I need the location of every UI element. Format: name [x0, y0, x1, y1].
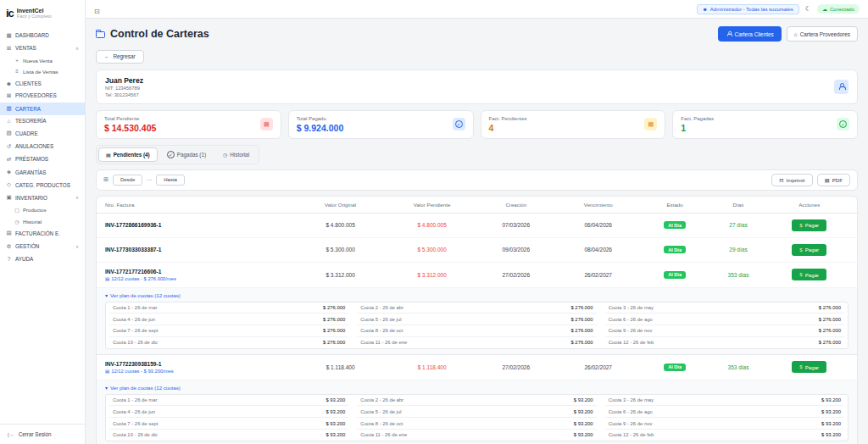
panel-icon[interactable]: ⊡	[94, 8, 100, 15]
pdf-button[interactable]: ▤PDF	[817, 174, 850, 186]
valor-original: $ 5.300.000	[296, 247, 386, 253]
cuota-cell: Cuota 8 - 26 de oct $ 93.200	[357, 418, 596, 430]
cartera-proveedores-button[interactable]: ⌂Cartera Proveedores	[787, 26, 858, 42]
cuota-value: $ 276.000	[323, 305, 345, 310]
plan-summary-link[interactable]: ▤12/12 cuotas - $ 93.200/mes	[105, 369, 296, 374]
cuota-cell: Cuota 12 - 26 de feb $ 93.200	[605, 430, 844, 441]
sidebar-item-facturacion[interactable]: ▤FACTURACIÓN E.	[0, 227, 85, 240]
cuota-cell: Cuota 9 - 26 de nov $ 276.000	[605, 325, 844, 337]
brand-tagline: Fácil y Completo	[17, 14, 52, 19]
cuota-value: $ 93.200	[326, 397, 345, 402]
cuota-label: Cuota 6 - 26 de ago	[609, 409, 653, 414]
sidebar-item-proveedores[interactable]: ⊠PROVEEDORES	[0, 89, 85, 102]
sidebar-item-categ-productos[interactable]: ◇CATEG. PRODUCTOS	[0, 179, 85, 191]
plan-summary-link[interactable]: ▤12/12 cuotas - $ 276.000/mes	[105, 276, 296, 281]
creacion: 27/02/2026	[479, 272, 554, 278]
cuota-value: $ 276.000	[819, 340, 841, 345]
brand-name: InventCel	[17, 8, 52, 14]
sidebar-item-label: AYUDA	[15, 256, 33, 262]
creacion: 09/03/2026	[479, 247, 554, 253]
client-avatar-button[interactable]	[834, 80, 849, 94]
subitem-label: Lista de Ventas	[23, 69, 58, 75]
cuota-label: Cuota 1 - 26 de mar	[113, 305, 157, 310]
sidebar-item-clientes[interactable]: ☻CLIENTES	[0, 77, 85, 89]
cuota-label: Cuota 2 - 26 de abr	[360, 397, 403, 402]
folder-icon	[96, 31, 105, 38]
tabs-row: ▤Pendientes (4) ✓Pagadas (1) ◷Historial	[96, 145, 858, 164]
sidebar-item-garantias[interactable]: ◈GARANTÍAS	[0, 165, 85, 178]
creacion: 07/03/2026	[479, 222, 554, 228]
cuota-cell: Cuota 11 - 26 de ene $ 93.200	[357, 430, 596, 441]
date-to-input[interactable]: Hasta	[156, 175, 185, 186]
gear-icon: ⚙	[6, 243, 12, 250]
shield-icon: ◈	[6, 169, 12, 175]
sidebar-item-cartera[interactable]: ▥CARTERA	[0, 103, 85, 115]
schedule-icon: ▤	[105, 369, 109, 374]
admin-badge-label: Administrador - Todas las sucursales	[710, 7, 793, 12]
pagar-label: Pagar	[805, 247, 820, 253]
list-icon: ≡	[14, 69, 19, 74]
check-circle-icon: ✓	[455, 120, 463, 128]
plan-toggle[interactable]: ▾Ver plan de cuotas (12 cuotas)	[105, 385, 849, 391]
card-text: Total Pagado$ 9.924.000	[297, 116, 343, 133]
sidebar-item-gestion[interactable]: ⚙GESTIÓN∨	[0, 240, 85, 253]
pagar-button[interactable]: $Pagar	[792, 219, 826, 231]
cuota-cell: Cuota 3 - 26 de may $ 93.200	[605, 395, 844, 407]
sidebar-item-tesoreria[interactable]: ⌂TESORERÍA	[0, 115, 85, 127]
brand-text: InventCel Fácil y Completo	[17, 8, 52, 19]
sidebar-subitem-lista-ventas[interactable]: ≡Lista de Ventas	[0, 66, 85, 77]
sidebar-subitem-historial[interactable]: ◷Historial	[0, 215, 85, 226]
back-button[interactable]: ←Regresar	[96, 50, 144, 64]
header-buttons: Cartera Clientes ⌂Cartera Proveedores	[718, 26, 858, 42]
cuota-label: Cuota 4 - 26 de jun	[113, 409, 155, 414]
chevron-down-icon: ∨	[75, 244, 79, 249]
cuota-cell: Cuota 7 - 26 de sept $ 93.200	[109, 418, 348, 430]
sidebar-item-dashboard[interactable]: ▦DASHBOARD	[0, 29, 85, 42]
sidebar-item-ayuda[interactable]: ?AYUDA	[0, 253, 85, 264]
moon-icon[interactable]: ☾	[805, 5, 811, 13]
sidebar-item-inventario[interactable]: ▣INVENTARIO∧	[0, 191, 85, 204]
history-icon: ◷	[14, 219, 19, 225]
tab-pendientes[interactable]: ▤Pendientes (4)	[98, 147, 158, 162]
tab-label: Pagadas (1)	[177, 152, 206, 158]
admin-badge[interactable]: ☻Administrador - Todas las sucursales	[697, 4, 799, 14]
sidebar-item-anulaciones[interactable]: ↺ANULACIONES	[0, 140, 85, 153]
date-from-input[interactable]: Desde	[113, 175, 142, 186]
plan-section: ▾Ver plan de cuotas (12 cuotas) Cuota 1 …	[97, 288, 857, 355]
check-circle-icon: ✓	[839, 120, 847, 128]
client-name: Juan Perez	[105, 76, 143, 85]
plan-toggle[interactable]: ▾Ver plan de cuotas (12 cuotas)	[105, 292, 849, 298]
tab-label: Pendientes (4)	[114, 152, 150, 158]
card-icon-box: ▤	[644, 118, 657, 130]
printer-icon: ⊟	[779, 177, 783, 183]
cuota-value: $ 93.200	[326, 421, 345, 426]
pagar-button[interactable]: $Pagar	[792, 361, 826, 373]
cartera-clientes-button[interactable]: Cartera Clientes	[718, 26, 782, 42]
tab-historial[interactable]: ◷Historial	[215, 147, 257, 162]
filter-bar: ⊞ Desde — Hasta ⊟Imprimir ▤PDF	[96, 169, 858, 191]
cuota-cell: Cuota 1 - 26 de mar $ 276.000	[109, 302, 348, 314]
sidebar-item-label: CLIENTES	[15, 80, 42, 86]
sidebar-item-cuadre[interactable]: ▧CUADRE	[0, 127, 85, 140]
sidebar-item-prestamos[interactable]: ⇄PRÉSTAMOS	[0, 153, 85, 165]
logout-label: Cerrar Sesión	[19, 431, 52, 437]
vencimiento: 06/04/2026	[554, 222, 643, 228]
cuota-label: Cuota 8 - 26 de oct	[360, 328, 403, 333]
imprimir-button[interactable]: ⊟Imprimir	[771, 174, 813, 186]
tabs: ▤Pendientes (4) ✓Pagadas (1) ◷Historial	[96, 145, 259, 164]
cuota-label: Cuota 11 - 26 de ene	[360, 340, 407, 345]
tab-pagadas[interactable]: ✓Pagadas (1)	[159, 147, 214, 162]
cuota-cell: Cuota 8 - 26 de oct $ 276.000	[357, 325, 596, 337]
pagar-button[interactable]: $Pagar	[792, 244, 826, 256]
invoices-table: Nro. Factura Valor Original Valor Pendie…	[96, 196, 858, 444]
sidebar-subitem-productos[interactable]: ▢Productos	[0, 204, 85, 215]
logout-button[interactable]: [→Cerrar Sesión	[0, 424, 85, 444]
cuota-cell: Cuota 9 - 26 de nov $ 93.200	[605, 418, 844, 430]
file-icon: ▤	[648, 121, 654, 128]
calendar-icon: ⊞	[103, 176, 108, 183]
pagar-button[interactable]: $Pagar	[792, 269, 826, 280]
valor-original: $ 3.312.000	[296, 272, 386, 278]
sidebar-item-ventas[interactable]: ⊞VENTAS∧	[0, 42, 85, 54]
topbar-right: ☻Administrador - Todas las sucursales ☾ …	[697, 4, 860, 14]
sidebar-subitem-nueva-venta[interactable]: +Nueva Venta	[0, 54, 85, 65]
